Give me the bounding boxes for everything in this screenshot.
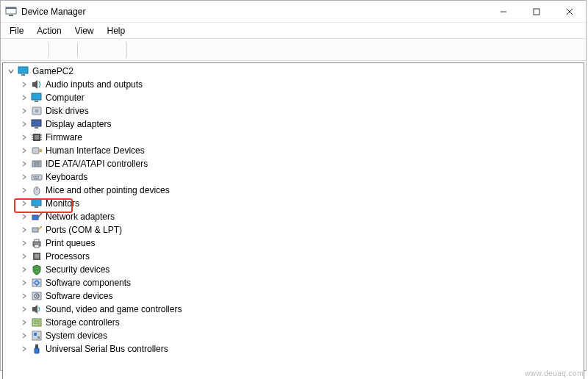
chevron-down-icon[interactable]	[6, 66, 16, 76]
tree-item-label: IDE ATA/ATAPI controllers	[46, 159, 148, 169]
tree-item-label: Universal Serial Bus controllers	[46, 344, 168, 354]
chevron-right-icon[interactable]	[19, 159, 29, 169]
chevron-right-icon[interactable]	[19, 304, 29, 314]
tree-item[interactable]: System devices	[4, 329, 584, 342]
chevron-right-icon[interactable]	[19, 132, 29, 142]
chevron-right-icon[interactable]	[19, 119, 29, 129]
chevron-right-icon[interactable]	[19, 212, 29, 222]
minimize-button[interactable]	[487, 1, 520, 22]
properties-button[interactable]	[104, 42, 121, 58]
menu-help[interactable]: Help	[101, 24, 132, 37]
shield-icon	[31, 264, 43, 275]
monitor-icon	[31, 198, 43, 209]
svg-rect-59	[35, 245, 39, 248]
tree-item[interactable]: Ports (COM & LPT)	[4, 223, 584, 237]
tree-item[interactable]: IDE ATA/ATAPI controllers	[4, 157, 584, 170]
chevron-right-icon[interactable]	[19, 251, 29, 261]
chevron-right-icon[interactable]	[19, 291, 29, 301]
tree-item[interactable]: Print queues	[4, 237, 584, 250]
chevron-right-icon[interactable]	[19, 172, 29, 182]
tree-item[interactable]: Monitors	[4, 197, 584, 210]
keyboard-icon	[31, 171, 43, 183]
tree-root[interactable]: GamePC2	[4, 65, 584, 78]
tree-item-label: Monitors	[46, 198, 79, 209]
tree-item[interactable]: Software devices	[4, 289, 584, 303]
chevron-right-icon[interactable]	[19, 331, 29, 341]
menu-file[interactable]: File	[4, 24, 29, 37]
tree-item[interactable]: Audio inputs and outputs	[4, 78, 584, 91]
disk-icon	[31, 105, 43, 117]
chevron-right-icon[interactable]	[19, 185, 29, 195]
tree-root-label: GamePC2	[32, 66, 74, 76]
window-buttons	[487, 1, 586, 22]
tree-item[interactable]: Storage controllers	[4, 316, 584, 329]
device-tree[interactable]: GamePC2 Audio inputs and outputsComputer…	[2, 62, 584, 379]
svg-point-54	[40, 213, 43, 215]
chevron-right-icon[interactable]	[19, 145, 29, 156]
chevron-right-icon[interactable]	[19, 278, 29, 288]
svg-rect-25	[35, 101, 38, 102]
port-icon	[31, 224, 43, 236]
tree-item-label: Firmware	[46, 132, 82, 142]
svg-rect-73	[37, 336, 40, 339]
svg-rect-22	[21, 74, 25, 76]
tree-item[interactable]: Network adapters	[4, 210, 584, 223]
svg-rect-48	[34, 178, 39, 179]
svg-rect-51	[32, 199, 41, 206]
svg-rect-24	[32, 93, 41, 100]
chevron-right-icon[interactable]	[19, 344, 29, 354]
monitor-icon	[31, 92, 43, 104]
menu-action[interactable]: Action	[31, 24, 67, 37]
tree-item-label: System devices	[46, 331, 107, 341]
maximize-button[interactable]	[520, 1, 553, 22]
tree-item[interactable]: Security devices	[4, 263, 584, 276]
tree-item[interactable]: Disk drives	[4, 104, 584, 118]
tree-item[interactable]: Sound, video and game controllers	[4, 303, 584, 316]
chip-icon	[31, 131, 43, 143]
tree-item[interactable]: Firmware	[4, 131, 584, 144]
svg-rect-72	[34, 333, 37, 336]
scan-button[interactable]	[132, 42, 150, 58]
svg-rect-45	[33, 176, 35, 178]
tree-item[interactable]: Display adapters	[4, 118, 584, 131]
svg-rect-61	[35, 254, 39, 259]
tree-item[interactable]: Mice and other pointing devices	[4, 184, 584, 197]
svg-rect-52	[35, 206, 38, 208]
chevron-right-icon[interactable]	[19, 225, 29, 235]
tree-item[interactable]: Software components	[4, 276, 584, 289]
swdev-icon	[31, 290, 43, 302]
svg-rect-53	[32, 215, 38, 220]
device-manager-window: Device Manager File Action View Help ? G…	[0, 0, 587, 371]
forward-button[interactable]	[26, 42, 43, 58]
display-icon	[31, 118, 43, 130]
chevron-right-icon[interactable]	[19, 317, 29, 328]
close-button[interactable]	[553, 1, 586, 22]
tree-item[interactable]: Keyboards	[4, 170, 584, 184]
help-button[interactable]: ?	[83, 42, 101, 58]
chevron-right-icon[interactable]	[19, 93, 29, 103]
tree-item[interactable]: Computer	[4, 91, 584, 104]
tree-item[interactable]: Processors	[4, 250, 584, 263]
tree-item[interactable]: Universal Serial Bus controllers	[4, 342, 584, 355]
chevron-right-icon[interactable]	[19, 238, 29, 248]
tree-item[interactable]: Human Interface Devices	[4, 144, 584, 157]
printer-icon	[31, 237, 43, 249]
tree-item-label: Security devices	[46, 264, 110, 275]
back-button[interactable]	[5, 42, 23, 58]
show-tree-button[interactable]	[54, 42, 72, 58]
chevron-right-icon[interactable]	[19, 106, 29, 116]
chevron-right-icon[interactable]	[19, 79, 29, 90]
app-icon	[5, 6, 17, 18]
svg-rect-67	[32, 307, 35, 311]
svg-rect-31	[35, 135, 39, 140]
chevron-right-icon[interactable]	[19, 198, 29, 209]
tree-item-label: Human Interface Devices	[46, 145, 145, 156]
mouse-icon	[31, 184, 43, 196]
system-icon	[31, 330, 43, 342]
svg-point-27	[35, 109, 39, 113]
menu-view[interactable]: View	[69, 24, 100, 37]
hid-icon	[31, 145, 43, 156]
ide-icon	[31, 158, 43, 170]
svg-rect-2	[9, 15, 13, 16]
chevron-right-icon[interactable]	[19, 264, 29, 275]
